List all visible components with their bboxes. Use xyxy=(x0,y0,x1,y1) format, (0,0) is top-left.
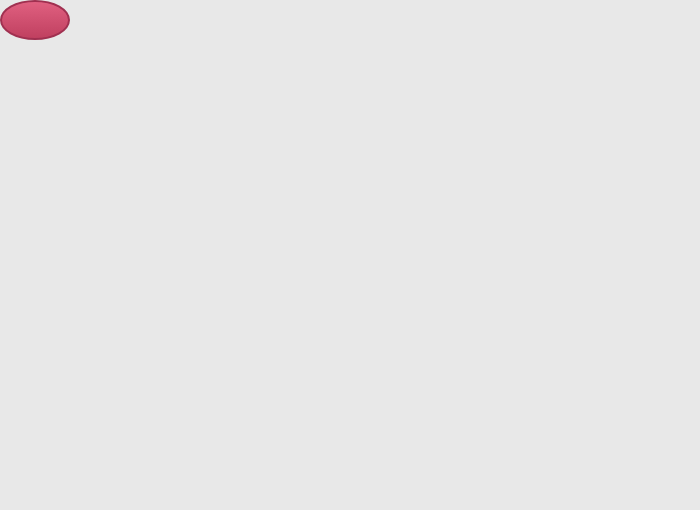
root-node xyxy=(0,0,70,40)
